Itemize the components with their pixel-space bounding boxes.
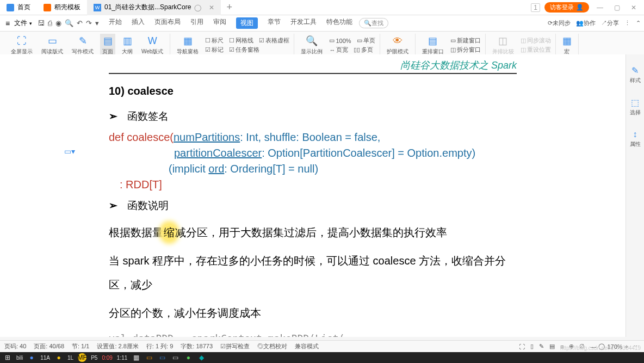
tableframe-checkbox[interactable]: ☑表格虚框 <box>259 36 289 45</box>
page-mode-button[interactable]: ▤页面 <box>100 34 115 57</box>
split-window-button[interactable]: ◫拆分窗口 <box>450 46 481 54</box>
web-mode-button[interactable]: WWeb版式 <box>139 34 165 57</box>
zoom-button[interactable]: 🔍显示比例 <box>299 34 325 57</box>
new-window-button[interactable]: ▭新建窗口 <box>450 36 481 45</box>
writing-icon: ✎ <box>79 35 87 47</box>
titlebar: 首页 稻壳模板 W 01_尚硅谷大数据...SparkCore ◯ ✕ + 1 … <box>0 0 644 15</box>
arrange-windows-button[interactable]: ▤重排窗口 <box>420 34 446 57</box>
status-compat[interactable]: 兼容模式 <box>295 342 319 350</box>
status-page[interactable]: 页码: 40 <box>4 342 26 350</box>
status-docproof[interactable]: ◎文档校对 <box>257 342 287 350</box>
windows-start-icon[interactable]: ⊞ <box>3 353 12 362</box>
more-icon[interactable]: ▾ <box>95 19 99 27</box>
ruler-checkbox[interactable]: ☐标尺 <box>205 36 224 45</box>
view-icon-1[interactable]: ⛶ <box>519 343 525 350</box>
taskbar-text: P5 <box>91 355 97 361</box>
macro-button[interactable]: ▦宏 <box>560 34 574 57</box>
file-menu[interactable]: 文件 <box>14 19 27 28</box>
taskpane-checkbox[interactable]: ☑任务窗格 <box>229 46 259 54</box>
reading-mode-button[interactable]: ▭阅读版式 <box>39 34 65 57</box>
collab-button[interactable]: 👥协作 <box>576 19 596 27</box>
print-icon[interactable]: ⎙ <box>48 19 52 27</box>
zoom100-button[interactable]: ▭100% <box>329 36 351 45</box>
search-input[interactable]: 🔍 查找 <box>359 18 388 28</box>
tab-state-icon: ◯ <box>194 4 201 11</box>
close-window-icon[interactable]: ✕ <box>628 3 640 13</box>
undo-icon[interactable]: ↶ <box>77 19 83 27</box>
code-sample: val dataRDD = sparkContext.makeRDD(List( <box>109 333 517 337</box>
status-pos[interactable]: 设置值: 2.8厘米 <box>97 342 138 350</box>
app-icon-5[interactable]: ● <box>184 353 193 362</box>
login-button[interactable]: 访客登录👤 <box>544 2 589 13</box>
outline-mode-button[interactable]: ▥大纲 <box>120 34 135 57</box>
multipage-button[interactable]: ▯▯多页 <box>354 46 373 54</box>
app-icon-1[interactable]: ▦ <box>132 353 140 362</box>
compare-button[interactable]: ◫并排比较 <box>490 34 516 57</box>
app-icon-2[interactable]: ▭ <box>145 353 153 362</box>
redo-icon[interactable]: ↷ <box>86 19 92 27</box>
view-icon-4[interactable]: ▤ <box>549 343 555 350</box>
tab-special[interactable]: 特色功能 <box>326 17 352 29</box>
more-menu-icon[interactable]: ⋮ <box>624 20 630 27</box>
share-button[interactable]: ↗分享 <box>601 19 619 27</box>
close-icon[interactable]: ✕ <box>209 4 214 11</box>
taskbar-text: 1L <box>67 355 73 361</box>
tab-view[interactable]: 视图 <box>236 17 258 29</box>
tab-section[interactable]: 章节 <box>268 17 281 29</box>
task-icon-mf[interactable]: MF <box>78 353 86 362</box>
tab-home[interactable]: 首页 <box>0 0 37 15</box>
new-tab-button[interactable]: + <box>221 0 238 15</box>
tab-pagelayout[interactable]: 页面布局 <box>154 17 181 29</box>
tab-document[interactable]: W 01_尚硅谷大数据...SparkCore ◯ ✕ <box>87 0 221 15</box>
status-wordcount[interactable]: 字数: 18773 <box>181 342 213 350</box>
task-icon-chrome[interactable]: ● <box>54 353 63 362</box>
hamburger-icon[interactable]: ≡ <box>3 19 12 28</box>
view-icon-3[interactable]: ✎ <box>539 343 544 350</box>
app-icon-3[interactable]: ▭ <box>158 353 166 362</box>
save-icon[interactable]: 🖫 <box>38 19 45 27</box>
writing-mode-button[interactable]: ✎写作模式 <box>70 34 96 57</box>
preview-icon[interactable]: ◉ <box>55 19 61 27</box>
tab-reference[interactable]: 引用 <box>190 17 203 29</box>
taskbar-text: bili <box>16 355 23 361</box>
tab-template[interactable]: 稻壳模板 <box>37 0 87 15</box>
zoom-icon: 🔍 <box>306 35 318 47</box>
app-icon-6[interactable]: ◆ <box>197 353 206 362</box>
select-pane-button[interactable]: ⬚选择 <box>630 97 641 116</box>
status-rowcol[interactable]: 行: 1 列: 9 <box>146 342 174 350</box>
pagewidth-button[interactable]: ↔页宽 <box>329 46 348 54</box>
tab-insert[interactable]: 插入 <box>132 17 145 29</box>
syncscroll-button[interactable]: ◫同步滚动 <box>521 36 551 45</box>
status-section[interactable]: 节: 1/1 <box>72 342 89 350</box>
tab-label: 01_尚硅谷大数据...SparkCore <box>104 3 191 12</box>
menubar: ≡ 文件 ▾ 🖫 ⎙ ◉ 🔍 ↶ ↷ ▾ 开始 插入 页面布局 引用 审阅 视图… <box>0 15 644 32</box>
resetpos-button[interactable]: ◫重设位置 <box>521 46 551 54</box>
tab-review[interactable]: 审阅 <box>213 17 226 29</box>
browser-icon[interactable]: ● <box>27 353 36 362</box>
sync-status[interactable]: ⟳未同步 <box>548 19 571 27</box>
maximize-icon[interactable]: ▢ <box>611 3 623 13</box>
watermark: https://blog.csdn.net/a772304419 <box>560 345 641 351</box>
preview2-icon[interactable]: 🔍 <box>65 19 73 27</box>
tab-devtools[interactable]: 开发工具 <box>290 17 317 29</box>
navpane-button[interactable]: ▦导航窗格 <box>175 34 201 57</box>
onepage-button[interactable]: ▭单页 <box>357 36 375 45</box>
gridlines-checkbox[interactable]: ☐网格线 <box>229 36 253 45</box>
status-pages[interactable]: 页面: 40/68 <box>34 342 64 350</box>
chevron-down-icon[interactable]: ▾ <box>29 21 32 26</box>
paragraph-1: 根据数据量缩减分区，用于大数据集过滤后，提高小数据集的执行效率 <box>109 220 517 244</box>
statusbar: 页码: 40 页面: 40/68 节: 1/1 设置值: 2.8厘米 行: 1 … <box>0 340 644 352</box>
app-icon-4[interactable]: ▭ <box>171 353 179 362</box>
minimize-icon[interactable]: — <box>593 3 606 13</box>
status-spellcheck[interactable]: ☑拼写检查 <box>220 342 250 350</box>
collapse-ribbon-icon[interactable]: ⌃ <box>636 20 641 27</box>
styles-pane-button[interactable]: ✎样式 <box>630 65 641 84</box>
document-page: 尚硅谷大数据技术之 Spark 10) coalesce ➢函数签名 def c… <box>0 54 626 337</box>
view-icon-2[interactable]: ▯ <box>530 343 534 350</box>
tab-start[interactable]: 开始 <box>109 17 122 29</box>
markup-checkbox[interactable]: ☑标记 <box>205 46 224 54</box>
code-line-3: (implicit ord: Ordering[T] = null) <box>169 163 517 175</box>
fullscreen-button[interactable]: ⛶全屏显示 <box>9 34 35 57</box>
props-pane-button[interactable]: ↕属性 <box>630 130 641 148</box>
eyecare-button[interactable]: 👁护眼模式 <box>385 34 411 57</box>
